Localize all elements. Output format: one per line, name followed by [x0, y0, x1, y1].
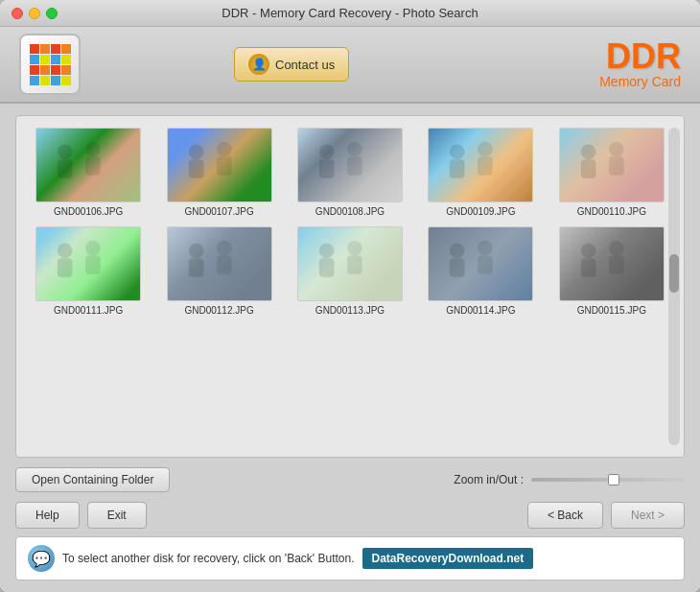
info-icon: 💬: [28, 545, 55, 572]
ddr-subtitle: Memory Card: [599, 74, 681, 89]
svg-point-16: [450, 145, 465, 160]
status-bar: 💬 To select another disk for recovery, c…: [15, 536, 685, 580]
open-folder-button[interactable]: Open Containing Folder: [15, 467, 170, 492]
photo-label: GND00114.JPG: [446, 305, 515, 316]
svg-rect-34: [217, 255, 232, 273]
svg-point-11: [319, 145, 335, 160]
svg-rect-29: [85, 255, 101, 273]
photo-thumbnail[interactable]: [35, 226, 141, 301]
svg-rect-24: [609, 156, 624, 175]
photo-item[interactable]: GND00110.JPG: [551, 128, 672, 217]
svg-point-13: [347, 142, 362, 157]
close-button[interactable]: [12, 8, 23, 19]
photo-label: GND00110.JPG: [577, 206, 646, 217]
photo-label: GND00107.JPG: [184, 206, 253, 217]
photo-label: GND00113.JPG: [315, 305, 385, 316]
header: 👤 Contact us DDR Memory Card: [0, 27, 700, 104]
contact-icon: 👤: [248, 54, 269, 75]
zoom-thumb: [608, 474, 619, 485]
zoom-slider[interactable]: [531, 478, 685, 482]
photo-item[interactable]: GND00107.JPG: [158, 128, 279, 217]
minimize-button[interactable]: [29, 8, 40, 19]
photo-label: GND00111.JPG: [54, 305, 123, 316]
photo-label: GND00108.JPG: [315, 206, 385, 217]
photo-thumbnail[interactable]: [167, 226, 272, 301]
photo-label: GND00106.JPG: [54, 206, 123, 217]
toolbar-row: Open Containing Folder Zoom in/Out :: [15, 467, 685, 492]
photo-item[interactable]: GND00115.JPG: [551, 226, 672, 316]
next-button[interactable]: Next >: [611, 502, 685, 529]
zoom-area: Zoom in/Out :: [454, 473, 685, 486]
svg-point-46: [581, 244, 596, 259]
svg-point-1: [58, 145, 73, 160]
svg-rect-9: [217, 156, 232, 175]
photo-thumbnail[interactable]: [35, 128, 141, 202]
photo-item[interactable]: GND00112.JPG: [158, 226, 279, 316]
back-button[interactable]: < Back: [527, 502, 603, 529]
main-content: GND00106.JPG GND00107.JPG GND00108.JPG G…: [0, 104, 700, 592]
navigation-row: Help Exit < Back Next >: [15, 502, 685, 529]
svg-point-28: [85, 241, 101, 256]
svg-point-33: [217, 241, 232, 256]
svg-point-41: [450, 244, 465, 259]
photo-thumbnail[interactable]: [297, 226, 403, 301]
svg-point-6: [188, 145, 203, 160]
svg-rect-12: [319, 159, 335, 178]
svg-rect-49: [609, 255, 624, 273]
photo-item[interactable]: GND00109.JPG: [420, 128, 541, 217]
svg-rect-42: [450, 258, 465, 276]
photo-item[interactable]: GND00106.JPG: [28, 128, 149, 217]
svg-rect-39: [347, 255, 362, 273]
scrollbar-thumb[interactable]: [669, 254, 679, 293]
svg-point-23: [609, 142, 624, 157]
app-logo: [19, 34, 81, 95]
svg-rect-17: [450, 159, 465, 178]
svg-point-8: [217, 142, 232, 157]
photo-thumbnail[interactable]: [559, 128, 665, 202]
photo-item[interactable]: GND00111.JPG: [28, 226, 149, 316]
svg-point-3: [85, 142, 101, 157]
photo-thumbnail[interactable]: [428, 226, 533, 301]
contact-label: Contact us: [275, 58, 335, 72]
photo-thumbnail[interactable]: [297, 128, 403, 202]
bottom-area: Help Exit < Back Next > 💬 To select anot…: [15, 502, 685, 580]
contact-button[interactable]: 👤 Contact us: [234, 47, 349, 82]
svg-point-48: [609, 241, 624, 256]
svg-rect-7: [188, 159, 203, 178]
svg-rect-22: [581, 159, 596, 178]
photo-label: GND00109.JPG: [446, 206, 515, 217]
svg-point-26: [58, 244, 73, 259]
photo-label: GND00115.JPG: [577, 305, 646, 316]
photo-label: GND00112.JPG: [184, 305, 253, 316]
photo-panel: GND00106.JPG GND00107.JPG GND00108.JPG G…: [15, 115, 685, 458]
svg-point-36: [319, 244, 335, 259]
logo-grid: [30, 44, 71, 85]
maximize-button[interactable]: [46, 8, 58, 19]
svg-rect-32: [188, 258, 203, 276]
exit-button[interactable]: Exit: [87, 502, 147, 529]
svg-point-21: [581, 145, 596, 160]
ddr-title: DDR: [599, 39, 681, 74]
svg-rect-14: [347, 156, 362, 175]
photo-item[interactable]: GND00113.JPG: [290, 226, 410, 316]
svg-point-38: [347, 241, 362, 256]
watermark-text: DataRecoveryDownload.net: [372, 552, 525, 565]
window-title: DDR - Memory Card Recovery - Photo Searc…: [222, 6, 478, 20]
svg-point-31: [188, 244, 203, 259]
photo-thumbnail[interactable]: [428, 128, 533, 202]
svg-point-18: [478, 142, 493, 157]
photo-item[interactable]: GND00108.JPG: [290, 128, 410, 217]
photo-thumbnail[interactable]: [167, 128, 272, 202]
photo-item[interactable]: GND00114.JPG: [420, 226, 541, 316]
scrollbar[interactable]: [668, 128, 680, 445]
zoom-label: Zoom in/Out :: [454, 473, 524, 486]
photo-grid: GND00106.JPG GND00107.JPG GND00108.JPG G…: [28, 128, 672, 316]
watermark: DataRecoveryDownload.net: [362, 548, 534, 569]
status-message: To select another disk for recovery, cli…: [62, 552, 355, 565]
help-button[interactable]: Help: [15, 502, 80, 529]
svg-rect-2: [58, 159, 73, 178]
photo-thumbnail[interactable]: [559, 226, 665, 301]
title-bar: DDR - Memory Card Recovery - Photo Searc…: [0, 0, 700, 27]
svg-rect-47: [581, 258, 596, 276]
svg-rect-19: [478, 156, 493, 175]
